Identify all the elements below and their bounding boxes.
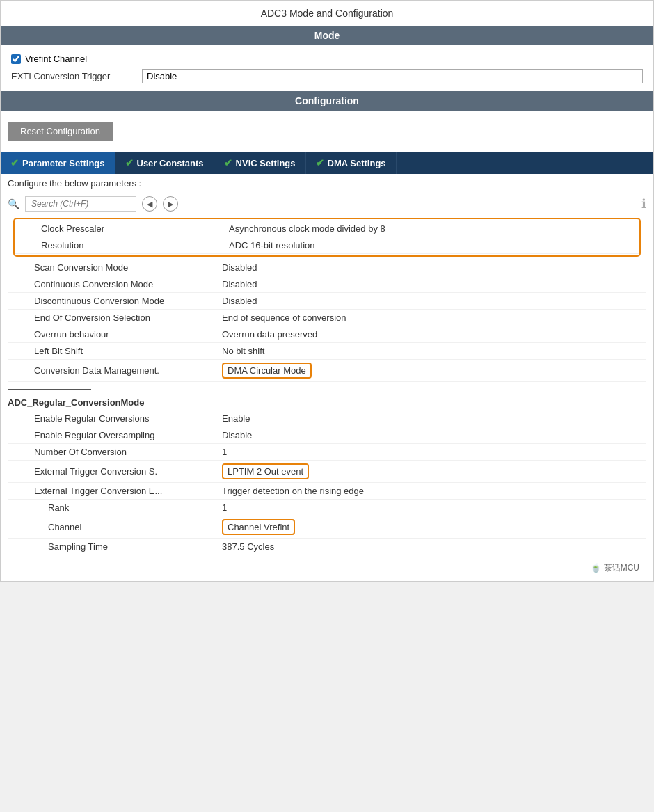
param-row-oversampling: Enable Regular Oversampling Disable: [8, 427, 646, 444]
exti-row: EXTI Conversion Trigger: [11, 67, 643, 86]
param-row-resolution: Resolution ADC 16-bit resolution: [15, 237, 639, 254]
tab-label-nvic-settings: NVIC Settings: [236, 158, 296, 168]
tab-label-dma-settings: DMA Settings: [328, 158, 386, 168]
tab-nvic-settings[interactable]: ✔ NVIC Settings: [214, 152, 306, 174]
param-value-ext-trigger-e: Trigger detection on the rising edge: [222, 486, 641, 496]
param-row-discontinuous: Discontinuous Conversion Mode Disabled: [8, 293, 646, 310]
tab-dma-settings[interactable]: ✔ DMA Settings: [306, 152, 397, 174]
highlight-group: Clock Prescaler Asynchronous clock mode …: [8, 215, 646, 260]
param-name-resolution: Resolution: [20, 240, 229, 250]
search-bar: 🔍 ◀ ▶ ℹ: [1, 193, 653, 215]
param-name-clock: Clock Prescaler: [20, 223, 229, 234]
watermark-icon: 🍵: [591, 563, 601, 573]
param-value-sampling: 387.5 Cycles: [222, 541, 641, 552]
param-name-scan: Scan Conversion Mode: [13, 262, 222, 273]
param-name-ext-trigger-e: External Trigger Conversion E...: [13, 486, 222, 496]
param-row-channel: Channel Channel Vrefint: [8, 516, 646, 539]
section-divider: [8, 389, 91, 390]
vrefint-row: Vrefint Channel: [11, 51, 643, 67]
param-value-scan: Disabled: [222, 262, 641, 273]
tab-parameter-settings[interactable]: ✔ Parameter Settings: [1, 152, 115, 174]
param-name-num-conversion: Number Of Conversion: [13, 447, 222, 457]
adc-regular-group-label: ADC_Regular_ConversionMode: [1, 395, 653, 411]
watermark-text: 茶话MCU: [604, 563, 639, 573]
tab-check-icon-3: ✔: [224, 157, 232, 168]
tabs-bar: ✔ Parameter Settings ✔ User Constants ✔ …: [1, 152, 653, 174]
params-table: Clock Prescaler Asynchronous clock mode …: [1, 215, 653, 382]
exti-input[interactable]: [142, 69, 643, 83]
param-value-continuous: Disabled: [222, 279, 641, 289]
mode-section: Vrefint Channel EXTI Conversion Trigger: [1, 45, 653, 91]
param-row-ext-trigger-e: External Trigger Conversion E... Trigger…: [8, 483, 646, 500]
info-icon: ℹ: [641, 196, 646, 212]
param-value-dma: DMA Circular Mode: [222, 363, 641, 379]
param-name-continuous: Continuous Conversion Mode: [13, 279, 222, 289]
param-name-oversampling: Enable Regular Oversampling: [13, 430, 222, 440]
tab-label-user-constants: User Constants: [137, 158, 204, 168]
dma-highlight: DMA Circular Mode: [222, 363, 312, 379]
param-value-overrun: Overrun data preserved: [222, 329, 641, 340]
param-value-channel: Channel Vrefint: [222, 519, 641, 535]
lptim-highlight: LPTIM 2 Out event: [222, 463, 309, 479]
param-row-leftbit: Left Bit Shift No bit shift: [8, 343, 646, 360]
param-row-rank: Rank 1: [8, 500, 646, 516]
param-name-overrun: Overrun behaviour: [13, 329, 222, 340]
vrefint-label: Vrefint Channel: [25, 54, 87, 64]
param-value-eoc: End of sequence of conversion: [222, 312, 641, 323]
tab-label-parameter-settings: Parameter Settings: [22, 158, 105, 168]
param-value-discontinuous: Disabled: [222, 296, 641, 306]
param-row-continuous: Continuous Conversion Mode Disabled: [8, 276, 646, 293]
param-value-num-conversion: 1: [222, 447, 641, 457]
param-name-ext-trigger-s: External Trigger Conversion S.: [13, 466, 222, 477]
param-value-oversampling: Disable: [222, 430, 641, 440]
param-name-eoc: End Of Conversion Selection: [13, 312, 222, 323]
param-row-enable-regular: Enable Regular Conversions Enable: [8, 411, 646, 427]
watermark: 🍵 茶话MCU: [1, 555, 653, 581]
param-value-ext-trigger-s: LPTIM 2 Out event: [222, 463, 641, 479]
config-header: Configuration: [1, 91, 653, 111]
nav-prev-button[interactable]: ◀: [142, 196, 157, 212]
mode-header: Mode: [1, 26, 653, 45]
tab-check-icon: ✔: [10, 157, 19, 168]
param-row-dma: Conversion Data Management. DMA Circular…: [8, 360, 646, 382]
search-icon: 🔍: [8, 198, 19, 209]
tab-check-icon-2: ✔: [125, 157, 134, 168]
param-name-rank: Rank: [13, 502, 222, 513]
param-value-clock: Asynchronous clock mode divided by 8: [229, 223, 634, 234]
tab-user-constants[interactable]: ✔ User Constants: [115, 152, 214, 174]
param-value-leftbit: No bit shift: [222, 346, 641, 356]
page-title: ADC3 Mode and Configuration: [1, 1, 653, 26]
param-name-leftbit: Left Bit Shift: [13, 346, 222, 356]
nav-next-button[interactable]: ▶: [163, 196, 178, 212]
reset-area: Reset Configuration: [1, 111, 653, 152]
param-row-num-conversion: Number Of Conversion 1: [8, 444, 646, 461]
param-value-resolution: ADC 16-bit resolution: [229, 240, 634, 250]
search-input[interactable]: [25, 196, 136, 212]
config-intro: Configure the below parameters :: [1, 174, 653, 193]
param-row-overrun: Overrun behaviour Overrun data preserved: [8, 326, 646, 343]
param-row-scan: Scan Conversion Mode Disabled: [8, 260, 646, 276]
param-row-clock: Clock Prescaler Asynchronous clock mode …: [15, 221, 639, 237]
param-row-eoc: End Of Conversion Selection End of seque…: [8, 310, 646, 326]
param-row-sampling: Sampling Time 387.5 Cycles: [8, 539, 646, 555]
param-name-dma: Conversion Data Management.: [13, 365, 222, 376]
param-value-enable-regular: Enable: [222, 413, 641, 424]
param-name-discontinuous: Discontinuous Conversion Mode: [13, 296, 222, 306]
adc-regular-table: Enable Regular Conversions Enable Enable…: [1, 411, 653, 555]
tab-check-icon-4: ✔: [316, 157, 324, 168]
param-name-channel: Channel: [13, 522, 222, 532]
exti-label: EXTI Conversion Trigger: [11, 71, 136, 81]
param-value-rank: 1: [222, 502, 641, 513]
reset-config-button[interactable]: Reset Configuration: [8, 122, 113, 141]
channel-highlight: Channel Vrefint: [222, 519, 295, 535]
param-name-enable-regular: Enable Regular Conversions: [13, 413, 222, 424]
vrefint-checkbox[interactable]: [11, 54, 21, 64]
param-row-ext-trigger-s: External Trigger Conversion S. LPTIM 2 O…: [8, 461, 646, 483]
param-name-sampling: Sampling Time: [13, 541, 222, 552]
